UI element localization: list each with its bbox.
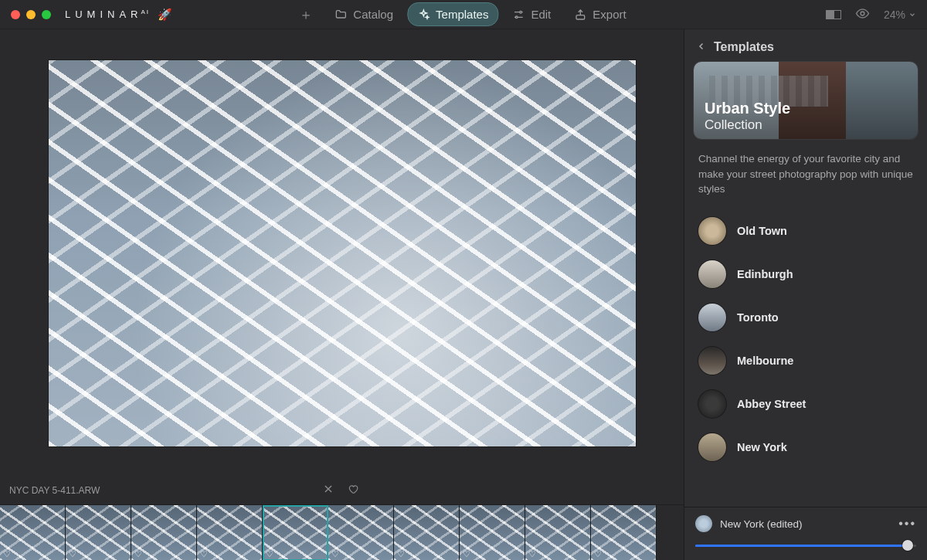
template-label: Abbey Street [737, 398, 806, 410]
current-template-label: New York (edited) [720, 518, 803, 530]
template-label: Edinburgh [737, 268, 793, 280]
heart-icon: ♡ [397, 549, 405, 559]
toolbar-tabs: ＋ Catalog Templates Edit Export [291, 2, 635, 27]
folder-icon [334, 8, 347, 21]
sliders-icon [512, 8, 525, 21]
template-thumb [698, 217, 726, 245]
zoom-value: 24% [884, 8, 905, 21]
app-name-text: LUMINAR [65, 8, 143, 20]
template-label: New York [737, 441, 787, 453]
panel-back-button[interactable]: Templates [684, 29, 927, 62]
heart-icon: ♡ [266, 549, 273, 559]
template-amount-slider[interactable] [695, 540, 916, 551]
sparkle-icon [417, 8, 430, 21]
filmstrip-thumb[interactable]: ♡ [394, 505, 460, 560]
slider-knob[interactable] [902, 540, 913, 551]
compare-icon[interactable] [826, 10, 841, 19]
template-item[interactable]: New York [691, 426, 921, 469]
heart-icon: ♡ [134, 549, 142, 559]
current-template-thumb [695, 515, 712, 532]
filmstrip-thumb[interactable]: ♡ [131, 505, 197, 560]
template-label: Toronto [737, 311, 779, 324]
window-controls [11, 10, 51, 19]
add-button[interactable]: ＋ [291, 2, 321, 27]
svg-point-3 [861, 12, 864, 15]
template-options-button[interactable]: ••• [898, 517, 916, 531]
filmstrip-thumb[interactable]: ♡ [263, 505, 328, 560]
template-thumb [698, 260, 726, 288]
heart-icon: ♡ [594, 549, 602, 559]
template-label: Old Town [737, 225, 787, 237]
template-item[interactable]: Abbey Street [691, 382, 921, 426]
heart-icon: ♡ [331, 549, 339, 559]
templates-panel: Templates Urban Style Collection Channel… [684, 29, 927, 560]
rocket-icon[interactable]: 🚀 [158, 8, 177, 22]
filmstrip-thumb[interactable]: ♡ [328, 505, 394, 560]
tab-export[interactable]: Export [565, 3, 635, 25]
filmstrip-thumb[interactable]: ♡ [197, 505, 263, 560]
filmstrip-thumb[interactable]: ♡ [525, 505, 591, 560]
maximize-window-button[interactable] [42, 10, 51, 19]
preview-icon[interactable] [855, 6, 870, 23]
image-viewer[interactable] [0, 29, 684, 479]
close-window-button[interactable] [11, 10, 20, 19]
heart-icon: ♡ [69, 549, 76, 559]
tab-catalog-label: Catalog [353, 8, 393, 21]
tab-edit-label: Edit [531, 8, 551, 21]
svg-rect-2 [576, 15, 585, 19]
collection-banner[interactable]: Urban Style Collection [694, 62, 918, 139]
template-thumb [698, 347, 726, 375]
template-label: Melbourne [737, 355, 793, 367]
tab-catalog[interactable]: Catalog [325, 3, 402, 25]
minimize-window-button[interactable] [26, 10, 36, 19]
collection-description: Channel the energy of your favorite city… [684, 148, 927, 208]
collection-title: Urban Style [705, 100, 790, 117]
tab-templates-label: Templates [436, 8, 488, 21]
heart-icon: ♡ [528, 549, 536, 559]
chevron-left-icon [697, 40, 706, 54]
tab-export-label: Export [593, 8, 626, 21]
template-thumb [698, 304, 726, 331]
panel-back-label: Templates [714, 40, 774, 54]
app-toolbar: LUMINAR AI 🚀 ＋ Catalog Templates Edit [0, 0, 927, 29]
template-item[interactable]: Toronto [691, 296, 921, 339]
canvas-area: NYC DAY 5-411.ARW ♡♡♡♡♡♡♡♡♡♡ [0, 29, 684, 560]
chevron-down-icon [908, 8, 916, 21]
tab-templates[interactable]: Templates [407, 2, 498, 26]
heart-icon: ♡ [3, 549, 11, 559]
reject-button[interactable] [323, 484, 334, 497]
toolbar-right: 24% [826, 6, 916, 23]
current-template-footer: New York (edited) ••• [684, 507, 927, 560]
favorite-button[interactable] [348, 484, 358, 497]
template-item[interactable]: Edinburgh [691, 253, 921, 296]
file-info-row: NYC DAY 5-411.ARW [0, 479, 684, 504]
heart-icon: ♡ [200, 549, 208, 559]
template-item[interactable]: Old Town [691, 209, 921, 253]
zoom-dropdown[interactable]: 24% [884, 8, 916, 21]
filmstrip-thumb[interactable]: ♡ [66, 505, 131, 560]
tab-edit[interactable]: Edit [503, 3, 560, 25]
collection-subtitle: Collection [705, 117, 762, 133]
template-item[interactable]: Melbourne [691, 339, 921, 382]
main-area: NYC DAY 5-411.ARW ♡♡♡♡♡♡♡♡♡♡ Templates U… [0, 29, 927, 560]
heart-icon: ♡ [463, 549, 470, 559]
svg-point-0 [520, 11, 522, 13]
filmstrip-thumb[interactable]: ♡ [0, 505, 66, 560]
template-thumb [698, 390, 726, 418]
filmstrip-thumb[interactable]: ♡ [591, 505, 657, 560]
main-photo [49, 60, 636, 446]
template-thumb [698, 433, 726, 461]
app-name-suffix: AI [141, 8, 151, 15]
export-icon [574, 8, 586, 21]
filmstrip-thumb[interactable]: ♡ [460, 505, 525, 560]
slider-fill [695, 545, 908, 547]
app-title: LUMINAR AI 🚀 [65, 8, 177, 22]
filmstrip[interactable]: ♡♡♡♡♡♡♡♡♡♡ [0, 504, 684, 560]
file-name: NYC DAY 5-411.ARW [9, 485, 100, 496]
svg-point-1 [515, 16, 518, 19]
template-list: Old TownEdinburghTorontoMelbourneAbbey S… [684, 208, 927, 507]
